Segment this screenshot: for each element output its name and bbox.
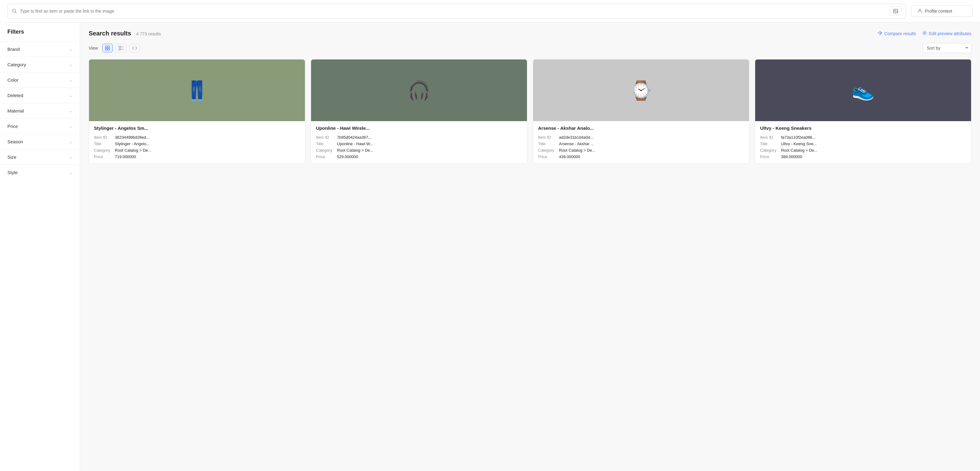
product-fields: Item ID ad2de31b1d4a0d... Title Arsense … [538, 135, 744, 159]
title-value: Stylinger - Angelo... [115, 142, 150, 146]
chevron-down-icon: ⌄ [69, 93, 72, 98]
category-label: Category [760, 148, 779, 153]
main-layout: Filters Brand ⌄ Category ⌄ Color ⌄ Delet… [0, 22, 980, 471]
filter-item-deleted[interactable]: Deleted ⌄ [0, 88, 80, 103]
title-label: Title [94, 142, 112, 146]
product-field-item-id: Item ID 7b95d0424aa367... [316, 135, 522, 140]
product-card[interactable]: 🎧 Uponline - Hawi Wirele... Item ID 7b95… [311, 59, 527, 164]
filter-item-style[interactable]: Style ⌄ [0, 164, 80, 180]
code-view-button[interactable] [129, 44, 140, 53]
product-field-price: Price 439.000000 [538, 155, 744, 159]
product-field-category: Category Root Catalog > De... [94, 148, 300, 153]
svg-rect-12 [119, 49, 121, 50]
filter-item-size[interactable]: Size ⌄ [0, 149, 80, 164]
product-image: ⌚ [533, 59, 749, 121]
edit-preview-button[interactable]: Edit preview attributes [922, 30, 971, 37]
price-label: Price [538, 155, 557, 159]
category-label: Category [316, 148, 334, 153]
main-content: Search results 4 773 results Compare res… [80, 22, 980, 471]
product-field-category: Category Root Catalog > De... [760, 148, 966, 153]
profile-icon [918, 8, 923, 14]
item-id-value: 7b95d0424aa367... [337, 135, 371, 140]
filter-item-color[interactable]: Color ⌄ [0, 72, 80, 88]
chevron-down-icon: ⌄ [69, 62, 72, 67]
category-value: Root Catalog > De... [115, 148, 151, 153]
filter-label: Style [7, 170, 18, 175]
search-input[interactable] [20, 9, 887, 14]
title-label: Title [538, 142, 557, 146]
item-id-label: Item ID [316, 135, 334, 140]
product-title: Uponline - Hawi Wirele... [316, 125, 522, 131]
chevron-down-icon: ⌄ [69, 47, 72, 51]
category-label: Category [94, 148, 112, 153]
compare-icon [877, 30, 883, 37]
price-value: 719.000000 [115, 155, 136, 159]
product-field-title: Title Uponline - Hawi W... [316, 142, 522, 146]
filter-item-season[interactable]: Season ⌄ [0, 134, 80, 149]
profile-context-button[interactable]: Profile context [911, 6, 973, 17]
view-options: View [89, 44, 140, 53]
svg-line-1 [15, 12, 17, 13]
product-card[interactable]: ⌚ Arsense - Akshar Analo... Item ID ad2d… [533, 59, 749, 164]
product-image: 🎧 [311, 59, 527, 121]
filter-label: Color [7, 77, 19, 83]
product-fields: Item ID fa73a110f2ea086... Title Ultvy -… [760, 135, 966, 159]
svg-rect-6 [105, 46, 107, 48]
filter-label: Brand [7, 46, 20, 52]
price-value: 389.000000 [781, 155, 802, 159]
product-field-item-id: Item ID fa73a110f2ea086... [760, 135, 966, 140]
filters-title: Filters [0, 29, 80, 41]
filter-item-brand[interactable]: Brand ⌄ [0, 41, 80, 57]
product-info: Arsense - Akshar Analo... Item ID ad2de3… [533, 121, 749, 163]
item-id-label: Item ID [94, 135, 112, 140]
svg-rect-7 [108, 46, 110, 48]
search-bar [7, 4, 906, 19]
product-title: Ultvy - Keeng Sneakers [760, 125, 966, 131]
item-id-label: Item ID [538, 135, 557, 140]
product-field-price: Price 719.000000 [94, 155, 300, 159]
grid-view-button[interactable] [102, 44, 113, 53]
product-image: 👖 [89, 59, 305, 121]
compare-results-label: Compare results [885, 31, 916, 36]
product-info: Uponline - Hawi Wirele... Item ID 7b95d0… [311, 121, 527, 163]
sort-by-select[interactable]: Sort byRelevancePrice: Low to HighPrice:… [923, 43, 971, 53]
product-image: 👟 [755, 59, 971, 121]
category-value: Root Catalog > De... [781, 148, 818, 153]
chevron-down-icon: ⌄ [69, 124, 72, 129]
list-view-button[interactable] [116, 44, 126, 53]
filter-item-material[interactable]: Material ⌄ [0, 103, 80, 118]
chevron-down-icon: ⌄ [69, 155, 72, 160]
filter-item-price[interactable]: Price ⌄ [0, 118, 80, 134]
product-card[interactable]: 👖 Stylinger - Angelos Sm... Item ID 3623… [89, 59, 305, 164]
product-field-item-id: Item ID ad2de31b1d4a0d... [538, 135, 744, 140]
product-grid: 👖 Stylinger - Angelos Sm... Item ID 3623… [89, 59, 971, 164]
product-field-title: Title Arsense - Akshar ... [538, 142, 744, 146]
image-search-button[interactable] [890, 6, 902, 16]
title-value: Arsense - Akshar ... [559, 142, 594, 146]
product-fields: Item ID 7b95d0424aa367... Title Uponline… [316, 135, 522, 159]
product-field-category: Category Root Catalog > De... [316, 148, 522, 153]
item-id-value: ad2de31b1d4a0d... [559, 135, 593, 140]
filter-item-category[interactable]: Category ⌄ [0, 57, 80, 72]
product-field-price: Price 529.000000 [316, 155, 522, 159]
svg-point-3 [894, 10, 896, 11]
view-label: View [89, 46, 98, 51]
product-field-title: Title Ultvy - Keeng Sne... [760, 142, 966, 146]
product-card[interactable]: 👟 Ultvy - Keeng Sneakers Item ID fa73a11… [755, 59, 971, 164]
category-label: Category [538, 148, 557, 153]
price-label: Price [760, 155, 779, 159]
chevron-down-icon: ⌄ [69, 78, 72, 82]
item-id-value: fa73a110f2ea086... [781, 135, 816, 140]
chevron-down-icon: ⌄ [69, 109, 72, 113]
results-count: 4 773 results [136, 32, 161, 37]
price-label: Price [94, 155, 112, 159]
svg-rect-8 [105, 48, 107, 50]
product-title: Arsense - Akshar Analo... [538, 125, 744, 131]
product-field-category: Category Root Catalog > De... [538, 148, 744, 153]
compare-results-button[interactable]: Compare results [877, 30, 916, 37]
filter-label: Price [7, 124, 18, 129]
filter-label: Size [7, 155, 16, 160]
search-results-title: Search results [89, 30, 131, 37]
product-info: Ultvy - Keeng Sneakers Item ID fa73a110f… [755, 121, 971, 163]
product-field-title: Title Stylinger - Angelo... [94, 142, 300, 146]
